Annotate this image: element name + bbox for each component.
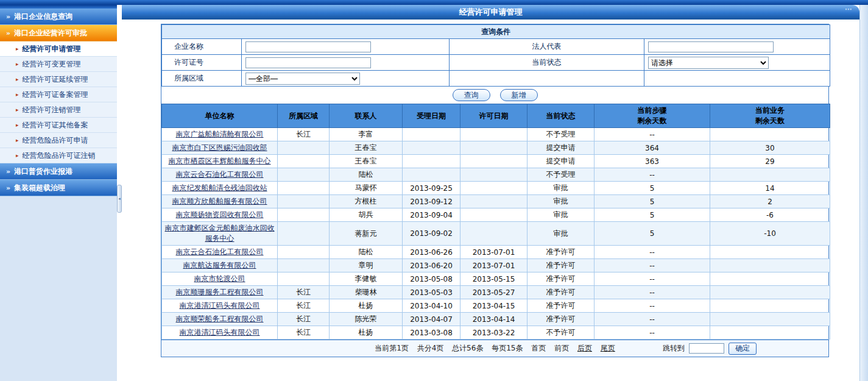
per-page: 每页15条	[492, 344, 523, 352]
jump-confirm-button[interactable]: 确定	[729, 343, 757, 355]
empty-cell	[450, 71, 644, 87]
sidebar-subitem[interactable]: ▸经营许可证延续管理	[0, 72, 117, 87]
company-name-label: 企业名称	[162, 39, 242, 55]
company-link[interactable]: 南京市栖霞区丰辉船舶服务中心	[169, 157, 271, 165]
status-select[interactable]: 请选择	[648, 57, 769, 69]
table-cell: 李健敏	[330, 272, 403, 286]
sidebar-menu: »港口企业信息查询»港口企业经营许可审批▸经营许可申请管理▸经营许可变更管理▸经…	[0, 9, 117, 196]
table-cell	[403, 128, 460, 141]
results-table: 单位名称所属区域联系人受理日期许可日期当前状态当前步骤 剩余天数当前业务 剩余天…	[161, 104, 830, 340]
table-row: 南京云合石油化工有限公司陆松2013-06-262013-07-01准予许可--	[162, 246, 830, 259]
table-cell: 2013-06-20	[403, 259, 460, 272]
sidebar-subitem[interactable]: ▸经营危险品许可证注销	[0, 148, 117, 163]
page-title: 经营许可申请管理	[459, 7, 523, 18]
sidebar-subitem[interactable]: ▸经营许可变更管理	[0, 57, 117, 72]
column-header: 当前业务 剩余天数	[710, 104, 830, 128]
company-name-cell: 南京市建邺区金元船舶废油水回收服务中心	[162, 222, 278, 246]
table-cell: --	[595, 259, 710, 272]
sidebar-subitem[interactable]: ▸经营危险品许可申请	[0, 133, 117, 148]
arrow-bullet-icon: ▸	[16, 107, 19, 113]
company-name-input[interactable]	[245, 41, 371, 52]
sidebar-group-item[interactable]: »集装箱超载治理	[0, 180, 117, 196]
sidebar-subitem[interactable]: ▸经营许可申请管理	[0, 41, 117, 57]
sidebar-item-label: 经营许可证其他备案	[23, 120, 88, 130]
table-cell: 29	[710, 155, 830, 168]
last-page-link[interactable]: 尾页	[601, 344, 615, 352]
table-cell: 5	[595, 222, 710, 246]
table-cell: 李富	[330, 128, 403, 141]
company-link[interactable]: 南京港清江码头有限公司	[180, 328, 260, 336]
license-no-input[interactable]	[245, 57, 371, 68]
table-row: 南京云合石油化工有限公司陆松不予受理--	[162, 168, 830, 182]
table-row: 南京市建邺区金元船舶废油水回收服务中心蒋新元2013-09-02审批5-10	[162, 222, 830, 246]
table-cell: 长江	[278, 313, 330, 326]
table-cell	[403, 155, 460, 168]
company-link[interactable]: 南京航达服务有限公司	[183, 261, 256, 269]
arrow-bullet-icon: ▸	[16, 62, 19, 67]
column-header: 受理日期	[403, 104, 460, 128]
double-arrow-icon: »	[6, 168, 10, 175]
table-cell: 准予许可	[528, 272, 595, 286]
column-header: 许可日期	[460, 104, 528, 128]
sidebar: »港口企业信息查询»港口企业经营许可审批▸经营许可申请管理▸经营许可变更管理▸经…	[0, 5, 117, 381]
table-cell: 准予许可	[528, 246, 595, 259]
sidebar-subitem[interactable]: ▸经营许可证其他备案	[0, 118, 117, 133]
double-arrow-icon: »	[6, 13, 10, 20]
next-page-link[interactable]: 后页	[577, 344, 592, 352]
company-link[interactable]: 南京顺珊服务工程有限公司	[176, 288, 264, 296]
table-cell: 不予受理	[528, 128, 595, 141]
jump-page-input[interactable]	[689, 343, 724, 354]
table-cell	[460, 208, 528, 222]
sidebar-subitem[interactable]: ▸经营许可注销管理	[0, 102, 117, 118]
table-cell	[710, 246, 830, 259]
first-page-link[interactable]: 首页	[531, 344, 546, 352]
company-link[interactable]: 南京云合石油化工有限公司	[176, 170, 264, 179]
sidebar-item-label: 港口普货作业报港	[14, 166, 72, 177]
table-row: 南京市栖霞区丰辉船舶服务中心王春宝提交申请36329	[162, 155, 830, 168]
sidebar-group-item[interactable]: »港口普货作业报港	[0, 163, 117, 180]
page-root: »港口企业信息查询»港口企业经营许可审批▸经营许可申请管理▸经营许可变更管理▸经…	[0, 0, 868, 381]
jump-label: 跳转到	[663, 343, 685, 354]
table-cell	[278, 168, 330, 182]
company-name-cell: 南京顺扬物资回收有限公司	[162, 208, 278, 222]
sidebar-group-item[interactable]: »港口企业经营许可审批	[0, 25, 117, 41]
prev-page-link[interactable]: 前页	[554, 344, 569, 352]
column-header: 当前状态	[528, 104, 595, 128]
sidebar-subitem[interactable]: ▸经营许可证备案管理	[0, 87, 117, 102]
table-cell: 2013-05-03	[403, 286, 460, 299]
region-select[interactable]: —全部—	[245, 73, 360, 85]
page-title-bar: 经营许可申请管理	[122, 5, 859, 20]
company-link[interactable]: 南京顺荣船务工程有限公司	[176, 315, 264, 323]
table-cell: 不予受理	[528, 168, 595, 182]
company-link[interactable]: 南京广益船舶清舱有限公司	[176, 130, 264, 138]
company-link[interactable]: 南京纪发船舶清仓残油回收站	[172, 183, 267, 192]
company-link[interactable]: 南京市建邺区金元船舶废油水回收服务中心	[165, 224, 275, 243]
sidebar-group-item[interactable]: »港口企业信息查询	[0, 9, 117, 25]
add-button[interactable]: 新增	[500, 89, 538, 101]
table-cell: 364	[595, 141, 710, 155]
company-link[interactable]: 南京云合石油化工有限公司	[176, 247, 264, 256]
company-link[interactable]: 南京港清江码头有限公司	[180, 301, 260, 310]
table-row: 南京港清江码头有限公司长江杜扬2013-04-102013-04-15准予许可-…	[162, 299, 830, 313]
table-cell: 不予许可	[528, 326, 595, 340]
search-button[interactable]: 查询	[453, 89, 490, 101]
table-cell: 2013-09-12	[403, 195, 460, 208]
company-name-cell: 南京顺珊服务工程有限公司	[162, 286, 278, 299]
sidebar-item-label: 经营许可变更管理	[23, 59, 81, 69]
table-cell: 审批	[528, 182, 595, 195]
company-name-cell: 南京顺荣船务工程有限公司	[162, 313, 278, 326]
legal-rep-input[interactable]	[648, 41, 774, 52]
sidebar-filler	[0, 196, 117, 381]
table-cell: 2013-07-01	[460, 259, 528, 272]
table-cell	[403, 141, 460, 155]
table-cell: 2013-04-10	[403, 299, 460, 313]
legal-rep-label: 法人代表	[450, 39, 644, 55]
sidebar-item-label: 经营许可证延续管理	[23, 74, 88, 85]
company-link[interactable]: 南京市白下区恩赐污油回收部	[172, 143, 267, 152]
company-link[interactable]: 南京市轮渡公司	[194, 274, 245, 283]
company-link[interactable]: 南京顺方欣船舶服务有限公司	[172, 197, 267, 205]
table-cell	[278, 155, 330, 168]
collapse-handle[interactable]: ◂	[117, 185, 122, 213]
table-cell: 长江	[278, 326, 330, 340]
company-link[interactable]: 南京顺扬物资回收有限公司	[176, 210, 264, 219]
